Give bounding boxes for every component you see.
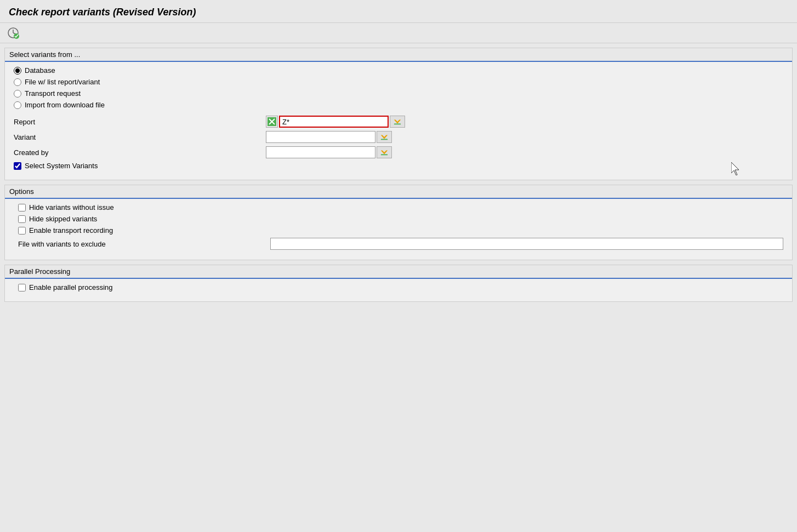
main-container: Check report variants (Revised Version) … [0,0,797,532]
enable-parallel-checkbox[interactable]: Enable parallel processing [18,283,783,291]
select-variants-section: Select variants from ... Database File w… [4,48,793,180]
variant-select-button[interactable] [377,131,392,143]
variant-field-row: Variant [14,131,783,143]
clock-check-icon[interactable] [7,26,20,39]
file-exclude-row: File with variants to exclude [18,238,783,250]
report-select-button[interactable] [390,116,405,128]
svg-marker-11 [381,150,388,154]
page-title: Check report variants (Revised Version) [9,7,788,18]
radio-transport[interactable]: Transport request [14,89,783,98]
parallel-processing-header: Parallel Processing [5,265,792,279]
radio-import[interactable]: Import from download file [14,101,783,109]
enable-transport-checkbox[interactable]: Enable transport recording [18,226,783,234]
svg-rect-12 [381,155,388,156]
options-header: Options [5,185,792,199]
svg-marker-9 [381,135,388,139]
created-by-field-row: Created by [14,146,783,158]
select-variants-header: Select variants from ... [5,48,792,62]
report-input[interactable] [279,116,389,128]
file-exclude-input[interactable] [270,238,783,250]
options-content: Hide variants without issue Hide skipped… [5,199,792,260]
svg-rect-10 [381,139,388,140]
variant-input[interactable] [266,131,375,143]
svg-rect-8 [394,124,401,125]
parallel-processing-section: Parallel Processing Enable parallel proc… [4,265,793,302]
hide-skipped-checkbox[interactable]: Hide skipped variants [18,215,783,223]
variant-label: Variant [14,133,266,141]
svg-marker-7 [394,119,401,123]
options-section: Options Hide variants without issue Hide… [4,185,793,260]
created-by-select-button[interactable] [377,146,392,158]
created-by-input[interactable] [266,146,375,158]
parallel-processing-content: Enable parallel processing [5,279,792,301]
created-by-label: Created by [14,148,266,157]
file-exclude-label: File with variants to exclude [18,240,270,248]
system-variants-checkbox[interactable]: Select System Variants [14,162,783,170]
page-title-bar: Check report variants (Revised Version) [0,0,797,23]
radio-database[interactable]: Database [14,66,783,75]
radio-group: Database File w/ list report/variant Tra… [14,66,783,109]
toolbar [0,23,797,43]
select-variants-content: Database File w/ list report/variant Tra… [5,62,792,180]
hide-no-issue-checkbox[interactable]: Hide variants without issue [18,203,783,211]
radio-file-list[interactable]: File w/ list report/variant [14,78,783,86]
svg-line-2 [13,33,15,34]
report-field-row: Report [14,116,783,128]
report-clear-button[interactable] [266,116,278,128]
report-label: Report [14,118,266,126]
